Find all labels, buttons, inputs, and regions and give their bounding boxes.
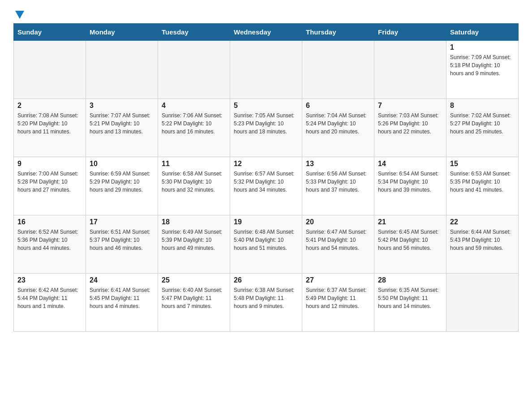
day-number: 6	[306, 102, 370, 110]
day-number: 2	[17, 102, 82, 110]
day-info: Sunrise: 6:49 AM Sunset: 5:39 PM Dayligh…	[162, 228, 226, 252]
day-info: Sunrise: 6:44 AM Sunset: 5:43 PM Dayligh…	[450, 228, 515, 252]
calendar-cell: 11Sunrise: 6:58 AM Sunset: 5:30 PM Dayli…	[158, 157, 230, 215]
day-info: Sunrise: 6:58 AM Sunset: 5:30 PM Dayligh…	[162, 170, 226, 194]
day-number: 20	[306, 218, 370, 226]
calendar-cell: 13Sunrise: 6:56 AM Sunset: 5:33 PM Dayli…	[302, 157, 374, 215]
calendar-cell	[14, 41, 86, 99]
calendar-cell: 16Sunrise: 6:52 AM Sunset: 5:36 PM Dayli…	[14, 215, 86, 274]
calendar-cell: 18Sunrise: 6:49 AM Sunset: 5:39 PM Dayli…	[158, 215, 230, 274]
day-number: 22	[450, 218, 515, 226]
calendar-cell: 17Sunrise: 6:51 AM Sunset: 5:37 PM Dayli…	[86, 215, 158, 274]
day-number: 26	[234, 276, 298, 284]
day-number: 11	[162, 160, 226, 168]
day-number: 15	[450, 160, 515, 168]
calendar-cell	[374, 41, 446, 99]
day-info: Sunrise: 7:09 AM Sunset: 5:18 PM Dayligh…	[450, 53, 515, 77]
calendar-cell: 1Sunrise: 7:09 AM Sunset: 5:18 PM Daylig…	[446, 41, 519, 99]
calendar-week-row: 16Sunrise: 6:52 AM Sunset: 5:36 PM Dayli…	[14, 215, 519, 274]
header-sunday: Sunday	[14, 24, 86, 41]
calendar-cell: 5Sunrise: 7:05 AM Sunset: 5:23 PM Daylig…	[230, 99, 302, 157]
calendar-cell: 4Sunrise: 7:06 AM Sunset: 5:22 PM Daylig…	[158, 99, 230, 157]
day-number: 14	[378, 160, 442, 168]
day-info: Sunrise: 6:52 AM Sunset: 5:36 PM Dayligh…	[17, 228, 82, 252]
day-number: 16	[17, 218, 82, 226]
day-number: 17	[90, 218, 154, 226]
logo	[13, 9, 24, 19]
calendar-table: SundayMondayTuesdayWednesdayThursdayFrid…	[13, 23, 519, 332]
day-info: Sunrise: 6:40 AM Sunset: 5:47 PM Dayligh…	[162, 286, 226, 310]
day-number: 9	[17, 160, 82, 168]
day-number: 8	[450, 102, 515, 110]
calendar-cell: 14Sunrise: 6:54 AM Sunset: 5:34 PM Dayli…	[374, 157, 446, 215]
day-number: 4	[162, 102, 226, 110]
calendar-cell: 20Sunrise: 6:47 AM Sunset: 5:41 PM Dayli…	[302, 215, 374, 274]
day-number: 21	[378, 218, 442, 226]
day-info: Sunrise: 6:56 AM Sunset: 5:33 PM Dayligh…	[306, 170, 370, 194]
day-info: Sunrise: 6:38 AM Sunset: 5:48 PM Dayligh…	[234, 286, 298, 310]
day-info: Sunrise: 6:48 AM Sunset: 5:40 PM Dayligh…	[234, 228, 298, 252]
calendar-cell	[86, 41, 158, 99]
day-number: 28	[378, 276, 442, 284]
header-wednesday: Wednesday	[230, 24, 302, 41]
calendar-cell	[302, 41, 374, 99]
day-info: Sunrise: 6:45 AM Sunset: 5:42 PM Dayligh…	[378, 228, 442, 252]
calendar-cell: 2Sunrise: 7:08 AM Sunset: 5:20 PM Daylig…	[14, 99, 86, 157]
day-info: Sunrise: 6:35 AM Sunset: 5:50 PM Dayligh…	[378, 286, 442, 310]
page-header	[13, 9, 519, 19]
day-number: 27	[306, 276, 370, 284]
day-info: Sunrise: 6:47 AM Sunset: 5:41 PM Dayligh…	[306, 228, 370, 252]
day-number: 3	[90, 102, 154, 110]
header-friday: Friday	[374, 24, 446, 41]
header-saturday: Saturday	[446, 24, 519, 41]
header-tuesday: Tuesday	[158, 24, 230, 41]
calendar-cell: 23Sunrise: 6:42 AM Sunset: 5:44 PM Dayli…	[14, 274, 86, 332]
calendar-cell: 8Sunrise: 7:02 AM Sunset: 5:27 PM Daylig…	[446, 99, 519, 157]
day-info: Sunrise: 7:08 AM Sunset: 5:20 PM Dayligh…	[17, 111, 82, 136]
day-info: Sunrise: 6:54 AM Sunset: 5:34 PM Dayligh…	[378, 170, 442, 194]
day-info: Sunrise: 6:51 AM Sunset: 5:37 PM Dayligh…	[90, 228, 154, 252]
calendar-cell: 7Sunrise: 7:03 AM Sunset: 5:26 PM Daylig…	[374, 99, 446, 157]
calendar-header-row: SundayMondayTuesdayWednesdayThursdayFrid…	[14, 24, 519, 41]
calendar-cell: 12Sunrise: 6:57 AM Sunset: 5:32 PM Dayli…	[230, 157, 302, 215]
day-number: 1	[450, 43, 515, 51]
day-info: Sunrise: 6:59 AM Sunset: 5:29 PM Dayligh…	[90, 170, 154, 194]
day-info: Sunrise: 7:03 AM Sunset: 5:26 PM Dayligh…	[378, 111, 442, 136]
day-info: Sunrise: 7:04 AM Sunset: 5:24 PM Dayligh…	[306, 111, 370, 136]
day-info: Sunrise: 7:05 AM Sunset: 5:23 PM Dayligh…	[234, 111, 298, 136]
calendar-cell: 22Sunrise: 6:44 AM Sunset: 5:43 PM Dayli…	[446, 215, 519, 274]
day-info: Sunrise: 7:07 AM Sunset: 5:21 PM Dayligh…	[90, 111, 154, 136]
day-info: Sunrise: 6:57 AM Sunset: 5:32 PM Dayligh…	[234, 170, 298, 194]
calendar-week-row: 2Sunrise: 7:08 AM Sunset: 5:20 PM Daylig…	[14, 99, 519, 157]
calendar-week-row: 23Sunrise: 6:42 AM Sunset: 5:44 PM Dayli…	[14, 274, 519, 332]
day-number: 18	[162, 218, 226, 226]
calendar-cell: 10Sunrise: 6:59 AM Sunset: 5:29 PM Dayli…	[86, 157, 158, 215]
header-thursday: Thursday	[302, 24, 374, 41]
day-number: 12	[234, 160, 298, 168]
calendar-cell: 6Sunrise: 7:04 AM Sunset: 5:24 PM Daylig…	[302, 99, 374, 157]
calendar-cell: 21Sunrise: 6:45 AM Sunset: 5:42 PM Dayli…	[374, 215, 446, 274]
day-info: Sunrise: 7:02 AM Sunset: 5:27 PM Dayligh…	[450, 111, 515, 136]
calendar-cell: 28Sunrise: 6:35 AM Sunset: 5:50 PM Dayli…	[374, 274, 446, 332]
calendar-cell: 25Sunrise: 6:40 AM Sunset: 5:47 PM Dayli…	[158, 274, 230, 332]
calendar-cell: 9Sunrise: 7:00 AM Sunset: 5:28 PM Daylig…	[14, 157, 86, 215]
day-info: Sunrise: 6:41 AM Sunset: 5:45 PM Dayligh…	[90, 286, 154, 310]
calendar-cell	[158, 41, 230, 99]
day-number: 19	[234, 218, 298, 226]
day-number: 10	[90, 160, 154, 168]
day-info: Sunrise: 7:00 AM Sunset: 5:28 PM Dayligh…	[17, 170, 82, 194]
calendar-week-row: 9Sunrise: 7:00 AM Sunset: 5:28 PM Daylig…	[14, 157, 519, 215]
calendar-cell	[446, 274, 519, 332]
calendar-cell: 24Sunrise: 6:41 AM Sunset: 5:45 PM Dayli…	[86, 274, 158, 332]
calendar-cell: 19Sunrise: 6:48 AM Sunset: 5:40 PM Dayli…	[230, 215, 302, 274]
logo-triangle-icon	[15, 11, 24, 19]
day-info: Sunrise: 6:53 AM Sunset: 5:35 PM Dayligh…	[450, 170, 515, 194]
day-number: 7	[378, 102, 442, 110]
calendar-cell: 15Sunrise: 6:53 AM Sunset: 5:35 PM Dayli…	[446, 157, 519, 215]
calendar-cell: 3Sunrise: 7:07 AM Sunset: 5:21 PM Daylig…	[86, 99, 158, 157]
day-info: Sunrise: 7:06 AM Sunset: 5:22 PM Dayligh…	[162, 111, 226, 136]
day-number: 25	[162, 276, 226, 284]
day-number: 13	[306, 160, 370, 168]
day-number: 24	[90, 276, 154, 284]
calendar-week-row: 1Sunrise: 7:09 AM Sunset: 5:18 PM Daylig…	[14, 41, 519, 99]
